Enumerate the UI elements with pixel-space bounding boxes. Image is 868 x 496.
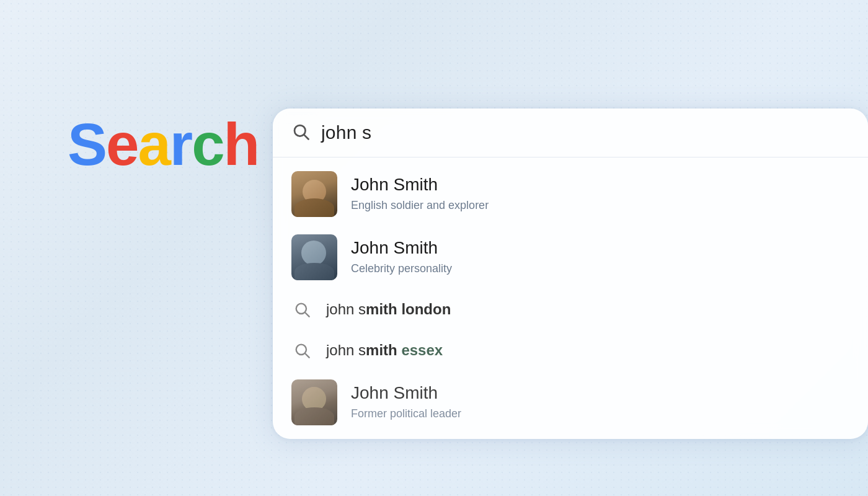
suggestion-search-icon-1 xyxy=(291,299,312,320)
letter-c: c xyxy=(192,111,223,177)
suggestion-search-icon-2 xyxy=(291,340,312,361)
avatar-john-smith-2 xyxy=(291,234,337,280)
suggestion-text-london: john smith london xyxy=(326,301,451,318)
result-text-1: John Smith English soldier and explorer xyxy=(351,175,489,213)
letter-s: S xyxy=(68,111,106,177)
result-desc-1: English soldier and explorer xyxy=(351,198,489,213)
results-list: John Smith English soldier and explorer … xyxy=(273,157,868,439)
suggestion-text-essex: john smith essex xyxy=(326,342,443,359)
svg-line-5 xyxy=(305,353,309,357)
search-title-logo: Search xyxy=(68,115,259,174)
result-person-1[interactable]: John Smith English soldier and explorer xyxy=(273,162,868,226)
search-query[interactable]: john s xyxy=(321,122,371,143)
result-name-3: John Smith xyxy=(351,383,461,403)
letter-h: h xyxy=(224,111,259,177)
result-desc-2: Celebrity personality xyxy=(351,262,452,276)
result-name-2: John Smith xyxy=(351,238,452,258)
letter-e: e xyxy=(106,111,138,177)
result-text-2: John Smith Celebrity personality xyxy=(351,238,452,277)
search-input-area[interactable]: john s xyxy=(273,108,868,157)
result-desc-3: Former political leader xyxy=(351,407,461,421)
result-text-3: John Smith Former political leader xyxy=(351,383,461,422)
result-person-2[interactable]: John Smith Celebrity personality xyxy=(273,226,868,289)
letter-a: a xyxy=(138,111,169,177)
suggestion-london[interactable]: john smith london xyxy=(273,289,868,330)
letter-r: r xyxy=(170,111,192,177)
suggestion-essex[interactable]: john smith essex xyxy=(273,330,868,371)
search-icon xyxy=(291,122,310,143)
search-dropdown-card: john s John Smith English soldier and ex… xyxy=(273,108,868,439)
avatar-john-smith-3 xyxy=(291,379,337,425)
svg-line-1 xyxy=(304,135,309,140)
avatar-john-smith-1 xyxy=(291,171,337,217)
svg-line-3 xyxy=(305,312,309,316)
result-person-3[interactable]: John Smith Former political leader xyxy=(273,371,868,434)
result-name-1: John Smith xyxy=(351,175,489,195)
